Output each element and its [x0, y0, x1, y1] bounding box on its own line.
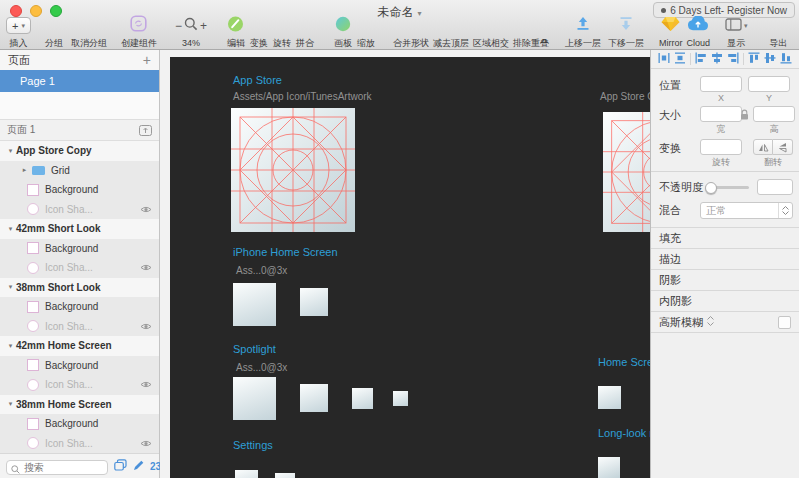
layer-row[interactable]: Background [0, 180, 159, 200]
fill-section-header[interactable]: 填充 [651, 227, 799, 248]
layer-label-asset-3x[interactable]: Ass...0@3x [236, 362, 287, 373]
flip-horizontal-button[interactable] [753, 139, 773, 155]
layer-row-group[interactable]: ▸ Grid [0, 161, 159, 181]
blur-enabled-checkbox[interactable] [778, 316, 791, 329]
edit-tool[interactable]: 编辑 [227, 15, 245, 48]
rotate-tool[interactable]: 旋转 [273, 15, 291, 48]
align-right-icon[interactable] [727, 52, 739, 66]
layer-row-hidden[interactable]: Icon Sha... [0, 317, 159, 337]
union-tool[interactable]: 合并形状 [393, 15, 429, 48]
search-input[interactable] [6, 460, 108, 475]
icon-placeholder-square[interactable] [233, 377, 276, 420]
opacity-slider[interactable] [706, 186, 749, 189]
zoom-out-button[interactable]: − [175, 19, 182, 33]
align-bottom-icon[interactable] [780, 52, 792, 66]
eye-icon[interactable] [140, 205, 152, 214]
disclosure-open-icon[interactable]: ▾ [5, 147, 16, 155]
layer-row-artboard[interactable]: ▾ 38mm Short Look [0, 278, 159, 298]
height-input[interactable] [753, 106, 795, 122]
icon-placeholder-square[interactable] [235, 470, 258, 478]
insert-tool[interactable]: +▾ 插入 [6, 15, 31, 48]
artboard-title-iphone-home-screen[interactable]: iPhone Home Screen [233, 246, 338, 258]
artboard-title-app-store[interactable]: App Store [233, 74, 282, 86]
difference-tool[interactable]: 排除重叠 [513, 15, 549, 48]
blur-type-stepper-icon[interactable] [707, 316, 714, 328]
artboard-title-long-look[interactable]: Long-look not [598, 427, 650, 439]
canvas-page-background[interactable]: App Store Assets/App Icon/iTunesArtwork … [170, 57, 650, 478]
align-left-icon[interactable] [695, 52, 707, 66]
layer-row[interactable]: Background [0, 297, 159, 317]
layer-row-hidden[interactable]: Icon Sha... [0, 258, 159, 278]
align-middle-vertical-icon[interactable] [764, 52, 776, 66]
icon-grid-artwork-copy[interactable] [603, 112, 650, 232]
scale-tool[interactable]: 缩放 [357, 15, 375, 48]
page-item-page-1[interactable]: Page 1 [0, 70, 159, 92]
layer-label-asset-3x[interactable]: Ass...0@3x [236, 265, 287, 276]
pages-overview-icon[interactable] [114, 457, 127, 475]
canvas[interactable]: App Store Assets/App Icon/iTunesArtwork … [160, 50, 650, 478]
layer-row-hidden[interactable]: Icon Sha... [0, 434, 159, 454]
artboard-title-settings[interactable]: Settings [233, 439, 273, 451]
icon-placeholder-square[interactable] [598, 386, 621, 409]
y-input[interactable] [748, 76, 790, 92]
layer-label-itunes-artwork[interactable]: Assets/App Icon/iTunesArtwork [233, 91, 372, 102]
icon-placeholder-square[interactable] [233, 283, 276, 326]
artboard-tool[interactable]: 画板 [334, 15, 352, 48]
layer-row-artboard[interactable]: ▾ 42mm Short Look [0, 219, 159, 239]
disclosure-open-icon[interactable]: ▾ [5, 283, 16, 291]
x-input[interactable] [700, 76, 742, 92]
layer-label-app-store-copy[interactable]: App Store Co [600, 91, 650, 102]
add-page-button[interactable]: + [143, 53, 151, 67]
flip-vertical-button[interactable] [773, 139, 793, 155]
flatten-tool[interactable]: 拼合 [296, 15, 314, 48]
ungroup-tool[interactable]: 取消分组 [71, 15, 107, 48]
artboard-title-spotlight[interactable]: Spotlight [233, 343, 276, 355]
layer-row[interactable]: Background [0, 356, 159, 376]
group-tool[interactable]: 分组 [45, 15, 63, 48]
align-center-horizontal-icon[interactable] [711, 52, 723, 66]
notes-pencil-icon[interactable] [133, 457, 144, 475]
artboard-title-home-screen[interactable]: Home Screen [598, 356, 650, 368]
border-section-header[interactable]: 描边 [651, 248, 799, 269]
insert-button[interactable]: +▾ [6, 17, 31, 34]
disclosure-closed-icon[interactable]: ▸ [19, 166, 30, 174]
icon-placeholder-square[interactable] [393, 391, 408, 406]
export-tool[interactable]: 导出 [770, 15, 788, 48]
layer-row-hidden[interactable]: Icon Sha... [0, 200, 159, 220]
eye-icon[interactable] [140, 263, 152, 272]
gaussian-blur-section-header[interactable]: 高斯模糊 [651, 311, 799, 332]
rotation-input[interactable] [700, 139, 742, 155]
layer-row-artboard[interactable]: ▾ App Store Copy [0, 141, 159, 161]
opacity-slider-knob[interactable] [705, 182, 717, 194]
width-input[interactable] [700, 106, 742, 122]
disclosure-open-icon[interactable]: ▾ [5, 400, 16, 408]
current-page-bar[interactable]: 页面 1 [0, 119, 159, 141]
send-backward-tool[interactable]: 下移一层 [608, 15, 644, 48]
eye-icon[interactable] [140, 439, 152, 448]
distribute-vertically-icon[interactable] [674, 52, 686, 66]
icon-placeholder-square[interactable] [300, 288, 328, 316]
eye-icon[interactable] [140, 380, 152, 389]
icon-grid-artwork[interactable] [231, 108, 355, 232]
shadow-section-header[interactable]: 阴影 [651, 269, 799, 290]
layer-row[interactable]: Background [0, 239, 159, 259]
layer-row-hidden[interactable]: Icon Sha... [0, 375, 159, 395]
align-top-icon[interactable] [748, 52, 760, 66]
blend-mode-dropdown[interactable]: 正常 [700, 202, 793, 219]
inner-shadow-section-header[interactable]: 内阴影 [651, 290, 799, 311]
mirror-tool[interactable]: Mirror [659, 15, 683, 48]
bring-forward-tool[interactable]: 上移一层 [565, 15, 601, 48]
icon-placeholder-square[interactable] [300, 384, 328, 412]
layer-row-artboard[interactable]: ▾ 42mm Home Screen [0, 336, 159, 356]
zoom-tool[interactable]: − + 34% [175, 15, 207, 48]
disclosure-open-icon[interactable]: ▾ [5, 342, 16, 350]
view-tool[interactable]: ▾ 显示 [725, 15, 748, 48]
lock-proportions-icon[interactable] [740, 109, 749, 122]
icon-placeholder-square[interactable] [275, 473, 295, 478]
cloud-tool[interactable]: Cloud [686, 15, 710, 48]
intersect-tool[interactable]: 区域相交 [473, 15, 509, 48]
layer-row[interactable]: Background [0, 414, 159, 434]
distribute-horizontally-icon[interactable] [658, 52, 670, 66]
opacity-input[interactable] [757, 179, 793, 195]
disclosure-open-icon[interactable]: ▾ [5, 225, 16, 233]
